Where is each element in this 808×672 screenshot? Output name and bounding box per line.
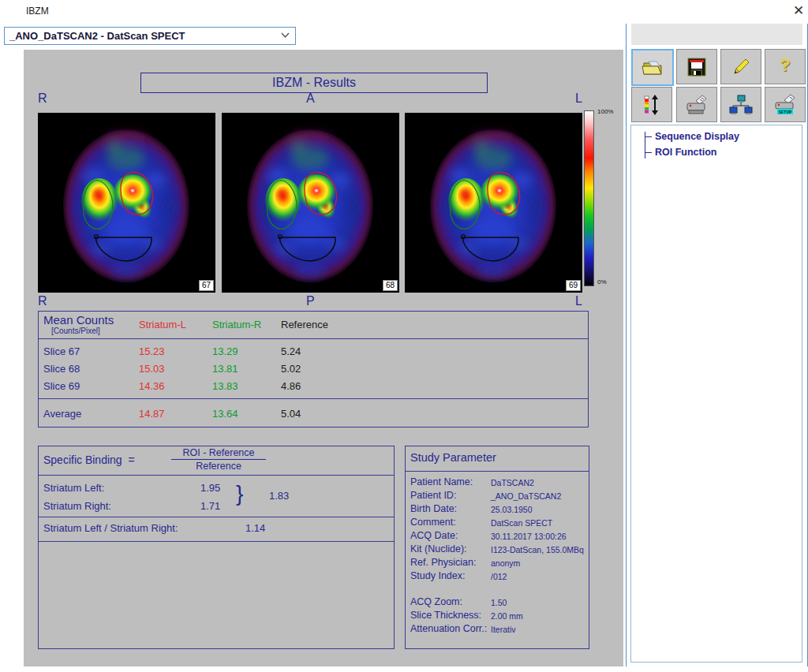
formula-title: Specific Binding = [43, 454, 135, 466]
binding-row-label: Striatum Right: [43, 500, 111, 512]
spect-slice-image-2: 68 [222, 113, 399, 293]
pencil-icon [730, 56, 752, 78]
orientation-top-left: R [38, 91, 47, 106]
brain-scan-graphic [222, 113, 399, 293]
spect-slice-image-3: 69 [405, 113, 582, 293]
param-label: Slice Thickness: [410, 610, 481, 621]
fraction-numerator: ROI - Reference [171, 447, 266, 460]
svg-text:SETUP: SETUP [779, 110, 792, 115]
chevron-down-icon [281, 30, 290, 41]
cell-reference: 5.24 [281, 345, 301, 357]
slice-number-badge: 68 [383, 280, 398, 291]
orientation-top-right: L [575, 91, 582, 106]
floppy-disk-icon [686, 57, 707, 77]
title-bar: IBZM ✕ [0, 0, 808, 22]
slice-number-badge: 67 [199, 280, 214, 291]
brain-scan-graphic [38, 113, 215, 293]
orientation-bottom-left: R [38, 294, 47, 308]
cell-striatum-l: 15.23 [139, 345, 165, 357]
param-label: Patient ID: [410, 490, 456, 501]
param-label: Kit (Nuclide): [410, 543, 467, 554]
column-header-reference: Reference [281, 319, 328, 330]
brace-glyph: } [236, 481, 243, 506]
equals-sign: = [128, 454, 134, 466]
column-header-striatum-l: Striatum-L [139, 319, 186, 330]
param-value: 2.00 mm [491, 611, 523, 621]
color-scale-arrows-icon [642, 94, 662, 116]
mean-counts-table: Mean Counts [Counts/Pixel] Striatum-L St… [38, 311, 589, 427]
slice-number-badge: 69 [566, 280, 581, 291]
ibzm-window: IBZM ✕ _ANO_DaTSCAN2 - DatScan SPECT IBZ… [0, 0, 808, 672]
param-value: _ANO_DaTSCAN2 [491, 491, 561, 501]
cell-striatum-r: 13.64 [212, 408, 238, 420]
param-value: DaTSCAN2 [491, 478, 534, 487]
print-setup-button[interactable]: SETUP [765, 87, 806, 122]
printer-icon [685, 94, 709, 116]
help-question-icon: ? [765, 50, 805, 80]
row-label: Slice 69 [43, 380, 80, 392]
cell-striatum-l: 15.03 [139, 363, 165, 375]
param-label: Study Index: [410, 570, 466, 581]
network-computers-icon [729, 94, 753, 116]
param-value: /012 [491, 572, 507, 581]
display-scale-button[interactable] [631, 87, 672, 122]
page-title: IBZM - Results [140, 73, 488, 93]
window-title: IBZM [26, 6, 49, 17]
row-label-average: Average [43, 408, 81, 420]
param-value: anonym [491, 558, 520, 568]
specific-binding-box: Specific Binding = ROI - Reference Refer… [38, 446, 395, 649]
sidebar-top-strip [631, 24, 802, 45]
tree-branch-tick [645, 136, 652, 137]
study-parameter-box: Study Parameter Patient Name:DaTSCAN2 Pa… [405, 446, 589, 649]
box-divider [39, 541, 394, 542]
results-panel: IBZM - Results R A L 67 68 69 100% 0% R … [24, 50, 623, 666]
tree-item-roi-function[interactable]: ROI Function [655, 147, 716, 158]
param-value: 30.11.2017 13:00:26 [491, 532, 567, 541]
param-label: Attenuation Corr.: [410, 623, 487, 634]
specific-binding-header: Specific Binding = ROI - Reference Refer… [39, 446, 394, 476]
binding-row-value: 1.95 [200, 482, 220, 494]
cell-striatum-r: 13.83 [212, 380, 238, 392]
box-divider [406, 471, 589, 472]
cell-striatum-l: 14.36 [139, 380, 165, 392]
tree-branch-tick [645, 152, 652, 153]
orientation-top-center: A [306, 91, 315, 106]
study-select-dropdown[interactable]: _ANO_DaTSCAN2 - DatScan SPECT [4, 27, 296, 45]
print-button[interactable] [676, 87, 717, 122]
tree-item-sequence-display[interactable]: Sequence Display [655, 131, 739, 142]
box-divider [39, 517, 394, 517]
mean-counts-header: Mean Counts [Counts/Pixel] Striatum-L St… [39, 312, 588, 339]
param-value: 25.03.1950 [491, 505, 533, 514]
close-icon[interactable]: ✕ [790, 2, 807, 20]
open-button[interactable] [631, 49, 674, 86]
save-button[interactable] [676, 49, 717, 84]
orientation-bottom-right: L [575, 294, 582, 308]
table-divider [39, 398, 588, 399]
spect-slice-image-1: 67 [38, 113, 215, 293]
cell-reference: 5.02 [281, 363, 301, 375]
cell-reference: 4.86 [281, 380, 301, 392]
combined-binding-value: 1.83 [269, 490, 289, 502]
column-header-striatum-r: Striatum-R [212, 319, 261, 330]
param-value: DatScan SPECT [491, 518, 552, 528]
binding-row-label: Striatum Left: [43, 482, 104, 494]
row-label: Slice 67 [43, 345, 80, 357]
param-value: 1.50 [491, 598, 507, 607]
colorbar-min-label: 0% [597, 278, 607, 286]
fraction-denominator: Reference [171, 460, 266, 472]
param-value: I123-DatScan, 155.0MBq [491, 545, 584, 554]
formula-fraction: ROI - Reference Reference [171, 447, 266, 472]
printer-setup-icon: SETUP [773, 94, 797, 116]
edit-button[interactable] [720, 49, 761, 84]
table-subtitle: [Counts/Pixel] [51, 327, 100, 335]
network-print-button[interactable] [720, 87, 761, 122]
param-label: Patient Name: [410, 476, 473, 487]
study-select-value: _ANO_DaTSCAN2 - DatScan SPECT [9, 30, 185, 42]
param-label: Birth Date: [410, 503, 457, 514]
help-button[interactable]: ? [765, 49, 806, 84]
binding-row-value: 1.71 [200, 500, 220, 512]
open-folder-icon [641, 58, 664, 77]
ratio-value: 1.14 [245, 522, 265, 534]
param-label: Comment: [410, 517, 456, 528]
cell-reference: 5.04 [281, 408, 301, 420]
